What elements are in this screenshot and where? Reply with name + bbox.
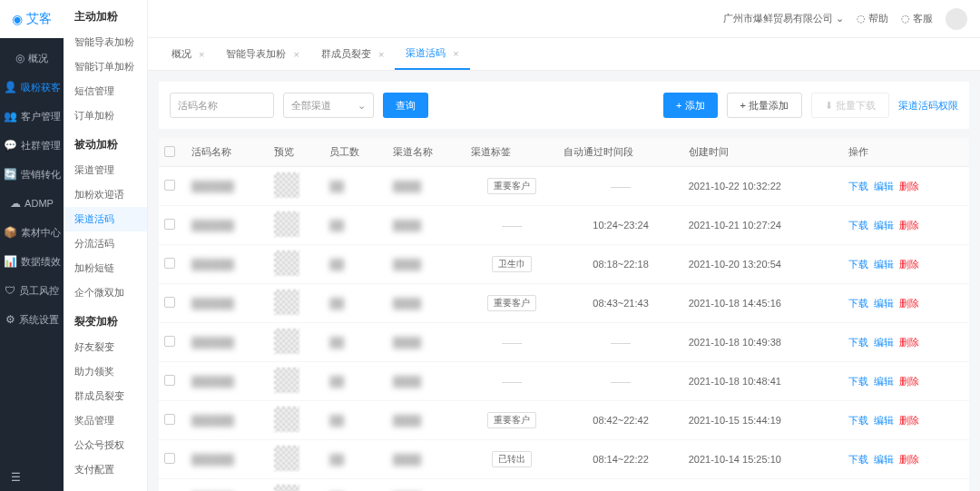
download-link[interactable]: 下载 bbox=[848, 415, 868, 426]
add-button[interactable]: + 添加 bbox=[663, 93, 717, 118]
authorize-link[interactable]: 渠道活码权限 bbox=[898, 99, 958, 113]
download-link[interactable]: 下载 bbox=[848, 181, 868, 191]
query-button[interactable]: 查询 bbox=[383, 93, 428, 118]
download-link[interactable]: 下载 bbox=[848, 220, 868, 231]
subitem[interactable]: 订单加粉 bbox=[64, 103, 147, 128]
nav-item-9[interactable]: ⚙系统设置 bbox=[0, 305, 64, 334]
edit-link[interactable]: 编辑 bbox=[874, 181, 894, 191]
row-checkbox[interactable] bbox=[164, 414, 175, 425]
delete-link[interactable]: 删除 bbox=[899, 220, 919, 231]
nav-icon: 👥 bbox=[4, 110, 17, 123]
cell-staff: ██ bbox=[329, 415, 344, 426]
qr-preview[interactable] bbox=[274, 329, 299, 354]
row-checkbox[interactable] bbox=[164, 453, 175, 464]
edit-link[interactable]: 编辑 bbox=[874, 454, 894, 465]
row-checkbox[interactable] bbox=[164, 258, 175, 269]
subitem[interactable]: 企个微双加 bbox=[64, 280, 147, 305]
edit-link[interactable]: 编辑 bbox=[874, 298, 894, 309]
nav-item-3[interactable]: 💬社群管理 bbox=[0, 131, 64, 160]
download-link[interactable]: 下载 bbox=[848, 376, 868, 387]
cell-time: 08:42~22:42 bbox=[558, 401, 682, 440]
cell-channel: ████ bbox=[393, 454, 421, 465]
subitem[interactable]: 加粉欢迎语 bbox=[64, 182, 147, 207]
nav-item-0[interactable]: ◎概况 bbox=[0, 44, 64, 73]
close-icon[interactable]: × bbox=[453, 48, 458, 59]
delete-link[interactable]: 删除 bbox=[899, 415, 919, 426]
close-icon[interactable]: × bbox=[378, 49, 384, 60]
collapse-button[interactable]: ☰ bbox=[0, 464, 64, 491]
qr-preview[interactable] bbox=[274, 172, 299, 198]
row-checkbox[interactable] bbox=[164, 219, 175, 230]
download-link[interactable]: 下载 bbox=[848, 337, 868, 348]
nav-item-8[interactable]: 🛡员工风控 bbox=[0, 276, 64, 305]
nav-item-7[interactable]: 📊数据绩效 bbox=[0, 247, 64, 276]
nav-item-1[interactable]: 👤吸粉获客 bbox=[0, 73, 64, 102]
delete-link[interactable]: 删除 bbox=[899, 454, 919, 465]
delete-link[interactable]: 删除 bbox=[899, 337, 919, 348]
download-link[interactable]: 下载 bbox=[848, 259, 868, 270]
subitem[interactable]: 公众号授权 bbox=[64, 433, 147, 457]
edit-link[interactable]: 编辑 bbox=[874, 259, 894, 270]
nav-item-5[interactable]: ☁ADMP bbox=[0, 189, 64, 218]
chevron-down-icon: ⌄ bbox=[358, 100, 366, 112]
cell-channel: ████ bbox=[393, 220, 421, 231]
qr-preview[interactable] bbox=[274, 211, 299, 237]
subitem[interactable]: 渠道活码 bbox=[64, 207, 147, 231]
batch-add-button[interactable]: + 批量添加 bbox=[727, 93, 802, 118]
subitem[interactable]: 好友裂变 bbox=[64, 335, 147, 359]
qr-preview[interactable] bbox=[274, 368, 299, 393]
nav-icon: 🛡 bbox=[5, 284, 15, 297]
subitem[interactable]: 智能订单加粉 bbox=[64, 54, 147, 79]
qr-preview[interactable] bbox=[274, 446, 299, 471]
subitem[interactable]: 短信管理 bbox=[64, 79, 147, 103]
subitem[interactable]: 助力领奖 bbox=[64, 359, 147, 384]
subitem[interactable]: 奖品管理 bbox=[64, 408, 147, 433]
subitem[interactable]: 支付配置 bbox=[64, 457, 147, 482]
edit-link[interactable]: 编辑 bbox=[874, 376, 894, 387]
nav-item-2[interactable]: 👥客户管理 bbox=[0, 102, 64, 131]
subitem[interactable]: 加粉短链 bbox=[64, 256, 147, 280]
delete-link[interactable]: 删除 bbox=[899, 298, 919, 309]
subitem[interactable]: 分流活码 bbox=[64, 231, 147, 256]
edit-link[interactable]: 编辑 bbox=[874, 337, 894, 348]
row-checkbox[interactable] bbox=[164, 375, 175, 386]
tab[interactable]: 智能导表加粉× bbox=[215, 38, 309, 70]
help-link[interactable]: ◌ 帮助 bbox=[857, 12, 888, 25]
tab[interactable]: 概况× bbox=[161, 38, 215, 70]
service-link[interactable]: ◌ 客服 bbox=[901, 12, 933, 25]
delete-link[interactable]: 删除 bbox=[899, 376, 919, 387]
edit-link[interactable]: 编辑 bbox=[874, 415, 894, 426]
company-selector[interactable]: 广州市爆鲜贸易有限公司 ⌄ bbox=[723, 12, 844, 25]
subitem[interactable]: 群成员裂变 bbox=[64, 384, 147, 408]
close-icon[interactable]: × bbox=[199, 49, 204, 60]
cell-time: 08:14~22:22 bbox=[558, 440, 682, 479]
select-all-checkbox[interactable] bbox=[164, 146, 175, 157]
nav-item-6[interactable]: 📦素材中心 bbox=[0, 218, 64, 247]
subitem[interactable]: 智能导表加粉 bbox=[64, 30, 147, 54]
row-checkbox[interactable] bbox=[164, 336, 175, 347]
subitem[interactable]: 渠道管理 bbox=[64, 158, 147, 182]
nav-item-4[interactable]: 🔄营销转化 bbox=[0, 160, 64, 189]
delete-link[interactable]: 删除 bbox=[899, 259, 919, 270]
search-input[interactable]: 活码名称 bbox=[170, 93, 274, 118]
download-link[interactable]: 下载 bbox=[848, 454, 868, 465]
delete-link[interactable]: 删除 bbox=[899, 181, 919, 191]
row-checkbox[interactable] bbox=[164, 297, 175, 308]
edit-link[interactable]: 编辑 bbox=[874, 220, 894, 231]
table: 活码名称预览员工数渠道名称渠道标签自动通过时间段创建时间操作 █████████… bbox=[159, 138, 969, 491]
channel-select[interactable]: 全部渠道 ⌄ bbox=[283, 93, 374, 118]
qr-preview[interactable] bbox=[274, 250, 299, 276]
tab[interactable]: 群成员裂变× bbox=[310, 38, 395, 70]
table-row: ████████████——09:00~23:592021-10-14 10:0… bbox=[159, 479, 969, 492]
cell-created: 2021-10-14 15:25:10 bbox=[683, 440, 843, 479]
batch-download-button[interactable]: ⬇ 批量下载 bbox=[811, 93, 889, 118]
avatar[interactable] bbox=[946, 8, 967, 30]
close-icon[interactable]: × bbox=[293, 49, 299, 60]
qr-preview[interactable] bbox=[274, 407, 299, 432]
row-checkbox[interactable] bbox=[164, 180, 175, 191]
qr-preview[interactable] bbox=[274, 290, 299, 315]
qr-preview[interactable] bbox=[274, 485, 299, 491]
company-name: 广州市爆鲜贸易有限公司 bbox=[723, 12, 833, 25]
download-link[interactable]: 下载 bbox=[848, 298, 868, 309]
tab[interactable]: 渠道活码× bbox=[395, 38, 469, 70]
